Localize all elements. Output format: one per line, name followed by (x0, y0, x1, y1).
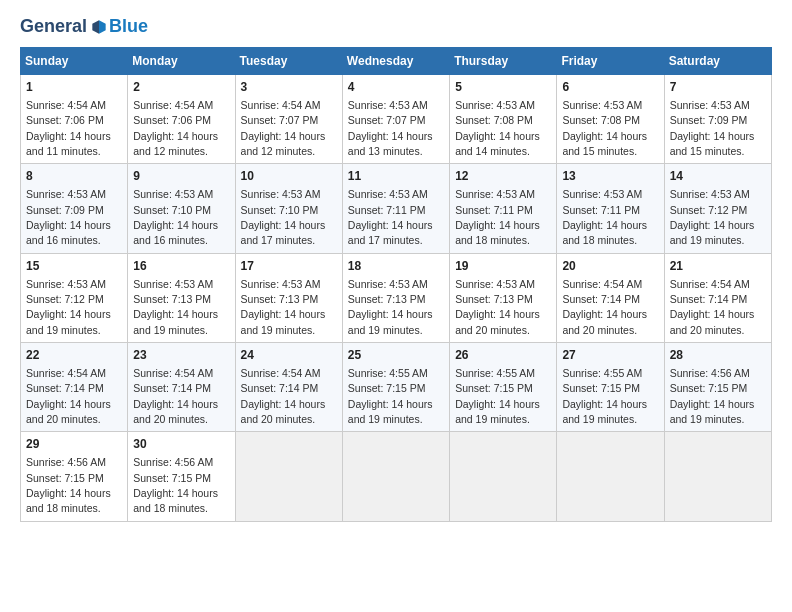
header: General Blue (20, 16, 772, 37)
calendar-cell: 17 Sunrise: 4:53 AMSunset: 7:13 PMDaylig… (235, 253, 342, 342)
day-info: Sunrise: 4:54 AMSunset: 7:14 PMDaylight:… (562, 278, 647, 336)
day-of-week-header: Friday (557, 48, 664, 75)
day-info: Sunrise: 4:54 AMSunset: 7:06 PMDaylight:… (133, 99, 218, 157)
calendar-cell: 18 Sunrise: 4:53 AMSunset: 7:13 PMDaylig… (342, 253, 449, 342)
logo-general-text: General (20, 16, 87, 37)
day-info: Sunrise: 4:53 AMSunset: 7:09 PMDaylight:… (26, 188, 111, 246)
day-number: 25 (348, 347, 444, 364)
day-info: Sunrise: 4:56 AMSunset: 7:15 PMDaylight:… (26, 456, 111, 514)
day-number: 28 (670, 347, 766, 364)
day-number: 27 (562, 347, 658, 364)
day-number: 2 (133, 79, 229, 96)
day-number: 6 (562, 79, 658, 96)
day-number: 23 (133, 347, 229, 364)
calendar-cell (450, 432, 557, 521)
calendar-cell: 4 Sunrise: 4:53 AMSunset: 7:07 PMDayligh… (342, 75, 449, 164)
day-info: Sunrise: 4:54 AMSunset: 7:14 PMDaylight:… (241, 367, 326, 425)
calendar-cell: 10 Sunrise: 4:53 AMSunset: 7:10 PMDaylig… (235, 164, 342, 253)
day-number: 30 (133, 436, 229, 453)
day-info: Sunrise: 4:54 AMSunset: 7:06 PMDaylight:… (26, 99, 111, 157)
day-number: 24 (241, 347, 337, 364)
day-info: Sunrise: 4:53 AMSunset: 7:08 PMDaylight:… (562, 99, 647, 157)
calendar-cell: 1 Sunrise: 4:54 AMSunset: 7:06 PMDayligh… (21, 75, 128, 164)
calendar-cell: 19 Sunrise: 4:53 AMSunset: 7:13 PMDaylig… (450, 253, 557, 342)
day-number: 8 (26, 168, 122, 185)
day-of-week-header: Wednesday (342, 48, 449, 75)
day-info: Sunrise: 4:56 AMSunset: 7:15 PMDaylight:… (670, 367, 755, 425)
day-info: Sunrise: 4:56 AMSunset: 7:15 PMDaylight:… (133, 456, 218, 514)
day-of-week-header: Monday (128, 48, 235, 75)
day-number: 1 (26, 79, 122, 96)
day-info: Sunrise: 4:53 AMSunset: 7:07 PMDaylight:… (348, 99, 433, 157)
calendar-table: SundayMondayTuesdayWednesdayThursdayFrid… (20, 47, 772, 522)
day-number: 3 (241, 79, 337, 96)
day-number: 26 (455, 347, 551, 364)
day-number: 4 (348, 79, 444, 96)
day-info: Sunrise: 4:54 AMSunset: 7:14 PMDaylight:… (133, 367, 218, 425)
day-number: 10 (241, 168, 337, 185)
day-info: Sunrise: 4:55 AMSunset: 7:15 PMDaylight:… (348, 367, 433, 425)
calendar-cell (664, 432, 771, 521)
day-info: Sunrise: 4:53 AMSunset: 7:11 PMDaylight:… (455, 188, 540, 246)
calendar-cell: 7 Sunrise: 4:53 AMSunset: 7:09 PMDayligh… (664, 75, 771, 164)
calendar-cell: 29 Sunrise: 4:56 AMSunset: 7:15 PMDaylig… (21, 432, 128, 521)
calendar-cell: 25 Sunrise: 4:55 AMSunset: 7:15 PMDaylig… (342, 343, 449, 432)
calendar-cell: 24 Sunrise: 4:54 AMSunset: 7:14 PMDaylig… (235, 343, 342, 432)
day-number: 11 (348, 168, 444, 185)
day-number: 12 (455, 168, 551, 185)
day-number: 18 (348, 258, 444, 275)
day-number: 16 (133, 258, 229, 275)
day-info: Sunrise: 4:53 AMSunset: 7:13 PMDaylight:… (133, 278, 218, 336)
logo: General Blue (20, 16, 148, 37)
day-info: Sunrise: 4:53 AMSunset: 7:13 PMDaylight:… (348, 278, 433, 336)
calendar-cell: 14 Sunrise: 4:53 AMSunset: 7:12 PMDaylig… (664, 164, 771, 253)
calendar-cell: 5 Sunrise: 4:53 AMSunset: 7:08 PMDayligh… (450, 75, 557, 164)
day-number: 5 (455, 79, 551, 96)
day-of-week-header: Sunday (21, 48, 128, 75)
calendar-cell: 22 Sunrise: 4:54 AMSunset: 7:14 PMDaylig… (21, 343, 128, 432)
calendar-cell: 23 Sunrise: 4:54 AMSunset: 7:14 PMDaylig… (128, 343, 235, 432)
day-number: 9 (133, 168, 229, 185)
day-of-week-header: Thursday (450, 48, 557, 75)
calendar-cell: 9 Sunrise: 4:53 AMSunset: 7:10 PMDayligh… (128, 164, 235, 253)
day-info: Sunrise: 4:53 AMSunset: 7:12 PMDaylight:… (670, 188, 755, 246)
calendar-cell: 13 Sunrise: 4:53 AMSunset: 7:11 PMDaylig… (557, 164, 664, 253)
day-info: Sunrise: 4:53 AMSunset: 7:10 PMDaylight:… (241, 188, 326, 246)
day-number: 20 (562, 258, 658, 275)
logo-icon (89, 17, 109, 37)
day-number: 22 (26, 347, 122, 364)
day-info: Sunrise: 4:53 AMSunset: 7:08 PMDaylight:… (455, 99, 540, 157)
calendar-cell (557, 432, 664, 521)
day-of-week-header: Tuesday (235, 48, 342, 75)
day-info: Sunrise: 4:54 AMSunset: 7:07 PMDaylight:… (241, 99, 326, 157)
day-info: Sunrise: 4:53 AMSunset: 7:09 PMDaylight:… (670, 99, 755, 157)
calendar-cell: 11 Sunrise: 4:53 AMSunset: 7:11 PMDaylig… (342, 164, 449, 253)
day-number: 17 (241, 258, 337, 275)
day-info: Sunrise: 4:55 AMSunset: 7:15 PMDaylight:… (455, 367, 540, 425)
day-info: Sunrise: 4:53 AMSunset: 7:11 PMDaylight:… (562, 188, 647, 246)
day-number: 19 (455, 258, 551, 275)
calendar-cell: 3 Sunrise: 4:54 AMSunset: 7:07 PMDayligh… (235, 75, 342, 164)
calendar-cell: 20 Sunrise: 4:54 AMSunset: 7:14 PMDaylig… (557, 253, 664, 342)
calendar-cell: 30 Sunrise: 4:56 AMSunset: 7:15 PMDaylig… (128, 432, 235, 521)
day-info: Sunrise: 4:53 AMSunset: 7:10 PMDaylight:… (133, 188, 218, 246)
day-number: 13 (562, 168, 658, 185)
calendar-cell: 27 Sunrise: 4:55 AMSunset: 7:15 PMDaylig… (557, 343, 664, 432)
calendar-cell: 28 Sunrise: 4:56 AMSunset: 7:15 PMDaylig… (664, 343, 771, 432)
calendar-cell: 8 Sunrise: 4:53 AMSunset: 7:09 PMDayligh… (21, 164, 128, 253)
day-number: 29 (26, 436, 122, 453)
calendar-cell: 26 Sunrise: 4:55 AMSunset: 7:15 PMDaylig… (450, 343, 557, 432)
calendar-cell: 12 Sunrise: 4:53 AMSunset: 7:11 PMDaylig… (450, 164, 557, 253)
day-of-week-header: Saturday (664, 48, 771, 75)
logo-blue-text: Blue (109, 16, 148, 37)
day-info: Sunrise: 4:53 AMSunset: 7:12 PMDaylight:… (26, 278, 111, 336)
calendar-cell: 21 Sunrise: 4:54 AMSunset: 7:14 PMDaylig… (664, 253, 771, 342)
day-info: Sunrise: 4:53 AMSunset: 7:11 PMDaylight:… (348, 188, 433, 246)
day-number: 14 (670, 168, 766, 185)
day-number: 21 (670, 258, 766, 275)
day-info: Sunrise: 4:53 AMSunset: 7:13 PMDaylight:… (455, 278, 540, 336)
calendar-cell: 16 Sunrise: 4:53 AMSunset: 7:13 PMDaylig… (128, 253, 235, 342)
day-number: 7 (670, 79, 766, 96)
calendar-cell: 15 Sunrise: 4:53 AMSunset: 7:12 PMDaylig… (21, 253, 128, 342)
calendar-cell: 2 Sunrise: 4:54 AMSunset: 7:06 PMDayligh… (128, 75, 235, 164)
